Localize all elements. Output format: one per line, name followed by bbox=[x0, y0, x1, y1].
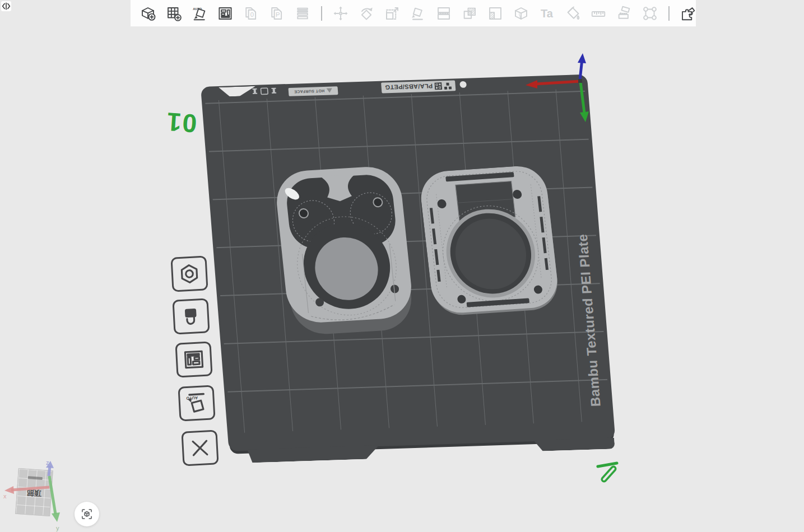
fit-view-icon bbox=[80, 507, 94, 521]
split-to-parts-icon bbox=[487, 5, 504, 22]
warning-triangle-icon bbox=[327, 88, 333, 93]
fit-view-button[interactable] bbox=[75, 502, 99, 526]
add-plate-button[interactable] bbox=[163, 2, 184, 25]
plate-origin-axes bbox=[518, 49, 594, 123]
sidebar-collapse-icon bbox=[1, 1, 11, 11]
plate-settings-button[interactable] bbox=[170, 255, 208, 292]
plate-front-tab bbox=[244, 445, 383, 463]
variable-layer-height-button[interactable] bbox=[292, 2, 313, 25]
svg-text:0: 0 bbox=[250, 11, 254, 18]
move-button[interactable] bbox=[330, 2, 351, 25]
scale-icon bbox=[384, 5, 401, 22]
navigator-view-label: 顶部 bbox=[26, 489, 41, 497]
add-plate-icon bbox=[165, 5, 182, 22]
move-icon bbox=[332, 5, 349, 22]
sidebar-collapse-button[interactable] bbox=[1, 1, 11, 11]
spool-icons bbox=[251, 86, 281, 96]
add-model-button[interactable] bbox=[137, 2, 159, 25]
svg-text:x: x bbox=[3, 493, 7, 500]
enclosure-body-mesh bbox=[271, 164, 422, 342]
copy-icon: 0 bbox=[243, 5, 259, 22]
rotate-button[interactable] bbox=[356, 2, 377, 25]
auto-orient-button[interactable]: AUTO bbox=[189, 2, 210, 25]
svg-text:P: P bbox=[276, 11, 280, 18]
auto-orient-plate-button[interactable]: AUTO bbox=[178, 385, 215, 421]
paste-button[interactable]: P bbox=[266, 2, 287, 25]
main-toolbar: AUTO 0 P bbox=[131, 0, 696, 27]
assembly-view-button[interactable] bbox=[677, 2, 699, 25]
measure-button[interactable] bbox=[510, 2, 532, 25]
measure-ruler-icon bbox=[590, 5, 607, 22]
svg-text:z: z bbox=[46, 459, 49, 466]
rotate-icon bbox=[358, 5, 375, 22]
seam-paint-button[interactable] bbox=[614, 2, 635, 25]
navigator-fine-print bbox=[28, 476, 43, 480]
lock-plate-button[interactable] bbox=[172, 298, 210, 334]
squares-icon bbox=[444, 82, 452, 90]
material-text: PLA/ABS/PETG bbox=[385, 83, 433, 91]
color-paint-icon bbox=[564, 5, 581, 22]
assembly-view-icon bbox=[680, 5, 696, 22]
arrange-button[interactable] bbox=[215, 2, 236, 25]
svg-text:y: y bbox=[56, 525, 59, 531]
auto-orient-icon: AUTO bbox=[191, 5, 208, 22]
plate-settings-icon bbox=[177, 262, 202, 286]
hot-surface-text: HOT SURFACE bbox=[294, 89, 324, 94]
arrange-plate-button[interactable] bbox=[175, 341, 212, 377]
add-text-icon: Ta bbox=[538, 5, 555, 22]
arrange-icon bbox=[217, 5, 234, 22]
toolbar-divider bbox=[321, 6, 322, 21]
arrange-plate-icon bbox=[182, 347, 206, 372]
material-label: PLA/ABS/PETG bbox=[381, 80, 456, 93]
view-orientation-navigator[interactable]: 顶部 x z y bbox=[0, 459, 78, 532]
copy-button[interactable]: 0 bbox=[240, 2, 262, 25]
qr-code-icon bbox=[435, 82, 443, 90]
model-enclosure-body[interactable] bbox=[273, 165, 420, 340]
edit-plate-pencil-icon[interactable] bbox=[593, 458, 622, 487]
build-plate[interactable]: HOT SURFACE PLA/ABS/PETG Bambu Textured … bbox=[201, 74, 615, 451]
mounting-plate-mesh bbox=[418, 164, 564, 319]
auto-orient-plate-icon: AUTO bbox=[184, 391, 209, 416]
scale-button[interactable] bbox=[382, 2, 403, 25]
plate-rim-icons bbox=[251, 86, 281, 96]
paste-icon: P bbox=[268, 5, 285, 22]
support-paint-icon bbox=[642, 5, 658, 22]
svg-text:Ta: Ta bbox=[541, 7, 554, 19]
measure-ruler-button[interactable] bbox=[588, 2, 609, 25]
measure-icon bbox=[513, 5, 529, 22]
mesh-boolean-icon bbox=[461, 5, 478, 22]
model-mounting-plate[interactable] bbox=[420, 166, 561, 317]
cut-icon bbox=[435, 5, 452, 22]
delete-plate-icon bbox=[188, 436, 212, 460]
svg-text:AUTO: AUTO bbox=[186, 395, 198, 401]
mesh-boolean-button[interactable] bbox=[459, 2, 480, 25]
hot-surface-label: HOT SURFACE bbox=[288, 86, 338, 96]
variable-layer-height-icon bbox=[294, 5, 311, 22]
add-text-button[interactable]: Ta bbox=[536, 2, 557, 25]
plate-front-tab bbox=[530, 437, 615, 451]
add-model-icon bbox=[140, 5, 156, 22]
plate-locating-hole bbox=[459, 81, 467, 88]
plate-number: 01 bbox=[165, 106, 198, 139]
delete-plate-button[interactable] bbox=[181, 430, 219, 466]
color-paint-button[interactable] bbox=[562, 2, 583, 25]
lock-icon bbox=[179, 304, 203, 329]
support-paint-button[interactable] bbox=[639, 2, 661, 25]
place-on-face-icon bbox=[410, 5, 426, 22]
split-to-parts-button[interactable] bbox=[485, 2, 506, 25]
toolbar-divider bbox=[668, 6, 670, 21]
seam-paint-icon bbox=[616, 5, 633, 22]
place-on-face-button[interactable] bbox=[407, 2, 429, 25]
navigator-mini-plate: 顶部 bbox=[15, 468, 53, 516]
cut-button[interactable] bbox=[433, 2, 454, 25]
